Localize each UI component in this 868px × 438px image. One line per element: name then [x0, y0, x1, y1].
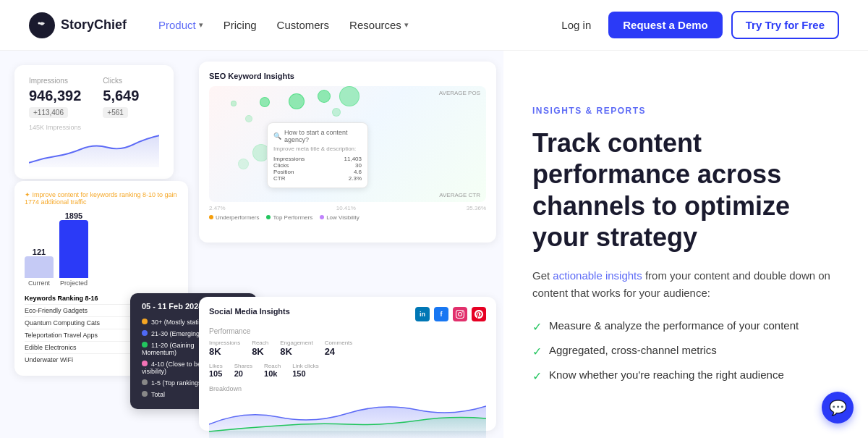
- social-perf-row: Impressions8K Reach8K Engagement8K Comme…: [209, 340, 486, 357]
- seo-scatter: 🔍 How to start a content agency? Improve…: [209, 86, 486, 202]
- demo-button[interactable]: Request a Demo: [608, 12, 723, 38]
- facebook-icon: f: [434, 307, 448, 321]
- instagram-icon: [453, 307, 467, 321]
- impressions-chart: 145K Impressions: [29, 124, 159, 167]
- chat-bubble[interactable]: 💬: [822, 392, 854, 424]
- feature-1: ✓ Measure & analyze the performance of y…: [532, 319, 839, 334]
- seo-legend: Underperformers Top Performers Low Visib…: [209, 214, 486, 221]
- chat-icon: 💬: [829, 399, 847, 416]
- seo-card: SEO Keyword Insights: [199, 62, 496, 243]
- feature-text-1: Measure & analyze the performance of you…: [549, 319, 799, 332]
- nav-right: Log in Request a Demo Try Try for Free: [553, 11, 839, 39]
- social-header: Social Media Insights in f: [209, 307, 486, 321]
- check-icon-2: ✓: [532, 345, 542, 358]
- impressions-card: Impressions 946,392 +113,406 Clicks 5,64…: [14, 65, 174, 179]
- social-card: Social Media Insights in f Performance I…: [199, 297, 496, 431]
- main-content: Impressions 946,392 +113,406 Clicks 5,64…: [0, 51, 868, 438]
- feature-2: ✓ Aggregated, cross-channel metrics: [532, 344, 839, 358]
- features-list: ✓ Measure & analyze the performance of y…: [532, 319, 839, 383]
- navbar: StoryChief Product ▾ Pricing Customers R…: [0, 0, 868, 51]
- hero-title: Track content performance across channel…: [532, 127, 839, 253]
- actionable-insights-link[interactable]: actionable insights: [553, 269, 642, 282]
- seo-axis: 2.47% 10.41% 35.36%: [209, 205, 486, 211]
- impressions-metric: Impressions 946,392 +113,406: [29, 77, 81, 118]
- feature-text-2: Aggregated, cross-channel metrics: [549, 344, 717, 356]
- nav-menu: Product ▾ Pricing Customers Resources ▾: [150, 13, 417, 37]
- avg-ctr-label: AVERAGE CTR: [439, 192, 480, 198]
- right-panel: INSIGHTS & REPORTS Track content perform…: [503, 51, 868, 438]
- nav-item-product[interactable]: Product ▾: [150, 13, 212, 37]
- social-sub-row: Likes105 Shares20 Reach10k Link clicks15…: [209, 363, 486, 378]
- try-free-button[interactable]: Try Try for Free: [731, 11, 839, 39]
- linkedin-icon: in: [415, 307, 430, 321]
- avg-pos-label: AVERAGE POS: [439, 90, 480, 96]
- logo[interactable]: StoryChief: [29, 12, 127, 38]
- logo-text: StoryChief: [61, 17, 127, 33]
- nav-item-pricing[interactable]: Pricing: [215, 13, 265, 37]
- bar-projected: 1895 Projected: [59, 211, 88, 287]
- check-icon-1: ✓: [532, 320, 542, 334]
- feature-text-3: Know whether you're reaching the right a…: [549, 368, 784, 381]
- feature-3: ✓ Know whether you're reaching the right…: [532, 368, 839, 383]
- seo-tooltip: 🔍 How to start a content agency? Improve…: [267, 122, 368, 188]
- pinterest-icon: [472, 307, 486, 321]
- social-icons: in f: [415, 307, 486, 321]
- section-label: INSIGHTS & REPORTS: [532, 106, 839, 116]
- login-button[interactable]: Log in: [553, 13, 600, 37]
- social-line-chart: [209, 395, 486, 438]
- hero-description: Get actionable insights from your conten…: [532, 267, 839, 302]
- bar-current: 121 Current: [25, 248, 54, 287]
- nav-item-customers[interactable]: Customers: [268, 13, 339, 37]
- check-icon-3: ✓: [532, 369, 542, 383]
- chevron-down-icon: ▾: [404, 20, 409, 30]
- left-panel: Impressions 946,392 +113,406 Clicks 5,64…: [0, 51, 503, 438]
- nav-left: StoryChief Product ▾ Pricing Customers R…: [29, 12, 417, 38]
- svg-point-1: [38, 22, 41, 24]
- clicks-metric: Clicks 5,649 +561: [103, 77, 139, 118]
- chevron-down-icon: ▾: [199, 20, 203, 30]
- nav-item-resources[interactable]: Resources ▾: [341, 13, 417, 37]
- logo-icon: [29, 12, 55, 38]
